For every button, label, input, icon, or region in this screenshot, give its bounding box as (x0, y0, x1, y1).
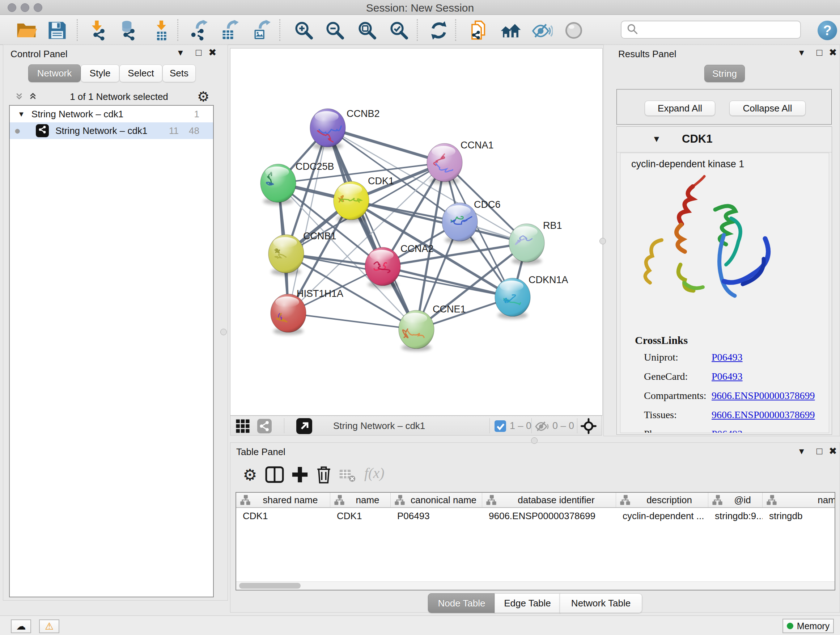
panel-collapse-icon[interactable]: ▾ (178, 48, 183, 57)
vertical-splitter-handle[interactable] (220, 329, 227, 335)
tab-network[interactable]: Network (28, 65, 81, 82)
column-header-namespace[interactable]: namespace (763, 493, 835, 507)
panel-float-icon[interactable]: □ (816, 447, 822, 456)
tab-string[interactable]: String (704, 65, 745, 82)
network-node[interactable] (399, 310, 434, 351)
panel-close-icon[interactable]: ✖ (829, 48, 837, 57)
crosshair-icon[interactable] (581, 418, 597, 434)
column-header-database-identifier[interactable]: database identifier (482, 493, 616, 507)
gear-icon[interactable]: ⚙ (195, 88, 212, 105)
network-edge[interactable] (288, 313, 416, 329)
tree-caret-icon[interactable]: ▼ (652, 134, 661, 144)
export-network-button[interactable] (188, 20, 210, 41)
external-link-icon[interactable] (296, 418, 312, 434)
selected-checkbox-icon[interactable] (494, 420, 506, 432)
open-session-button[interactable] (16, 20, 37, 41)
function-builder-icon[interactable]: f(x) (364, 464, 385, 481)
network-node[interactable] (442, 203, 477, 244)
tree-caret-icon[interactable]: ▼ (18, 110, 25, 119)
tab-style[interactable]: Style (81, 65, 119, 82)
add-column-icon[interactable] (291, 464, 309, 485)
network-edge[interactable] (328, 128, 445, 163)
scrollbar-thumb[interactable] (239, 583, 301, 589)
crosslink-link[interactable]: P06493 (712, 428, 743, 433)
delete-column-trash-icon[interactable] (314, 464, 333, 485)
hide-glasspane-button[interactable] (532, 20, 553, 41)
column-header-name[interactable]: name (330, 493, 391, 507)
panel-float-icon[interactable]: □ (816, 48, 822, 57)
table-cell[interactable]: CDK1 (236, 508, 330, 524)
collapse-all-button[interactable]: Collapse All (729, 101, 806, 116)
birdseye-grid-icon[interactable] (235, 419, 250, 433)
network-node[interactable] (268, 234, 304, 276)
delete-table-icon[interactable] (339, 467, 355, 483)
search-input[interactable] (641, 24, 800, 36)
chevron-double-down-icon[interactable] (13, 90, 25, 102)
cloud-status-button[interactable]: ☁ (11, 619, 31, 633)
crosslink-link[interactable]: 9606.ENSP00000378699 (712, 409, 815, 421)
inspect-button[interactable] (563, 20, 584, 41)
memory-button[interactable]: Memory (783, 619, 834, 633)
column-header-description[interactable]: description (616, 493, 708, 507)
import-network-database-button[interactable] (118, 20, 139, 41)
network-edge[interactable] (383, 266, 513, 297)
network-collection-row[interactable]: ▼ String Network – cdk1 1 (10, 106, 213, 122)
network-canvas[interactable]: CCNB2CCNA1CDC25BCDK1CDC6RB1CCNB1CCNA2CDK… (230, 48, 603, 416)
network-node[interactable] (261, 164, 296, 205)
network-edge[interactable] (288, 128, 328, 313)
expand-all-button[interactable]: Expand All (645, 101, 715, 116)
network-node[interactable] (495, 278, 531, 319)
panel-close-icon[interactable]: ✖ (829, 447, 837, 456)
crosslink-link[interactable]: P06493 (712, 352, 743, 363)
network-node[interactable] (310, 109, 346, 149)
protein-card-header[interactable]: ▼ CDK1 (617, 127, 832, 152)
zoom-selected-button[interactable] (388, 20, 409, 41)
panel-collapse-icon[interactable]: ▾ (799, 447, 804, 456)
import-network-file-button[interactable] (88, 20, 109, 41)
horizontal-splitter-handle[interactable] (531, 437, 538, 444)
column-header--id[interactable]: @id (708, 493, 763, 507)
table-cell[interactable]: stringdb (763, 508, 835, 524)
crosslink-link[interactable]: 9606.ENSP00000378699 (712, 390, 815, 402)
table-hscrollbar[interactable] (236, 581, 835, 590)
network-node[interactable] (509, 224, 545, 264)
warning-status-button[interactable]: ⚠ (39, 619, 59, 633)
tab-sets[interactable]: Sets (163, 65, 196, 82)
zoom-in-button[interactable] (294, 20, 314, 41)
tab-network-table[interactable]: Network Table (560, 593, 642, 613)
node-table[interactable]: shared namenamecanonical namedatabase id… (235, 492, 835, 591)
export-image-button[interactable] (251, 20, 272, 41)
table-cell[interactable]: cyclin-dependent ... (616, 508, 708, 524)
panel-collapse-icon[interactable]: ▾ (799, 48, 804, 57)
show-columns-icon[interactable] (265, 464, 284, 485)
crosslink-link[interactable]: P06493 (712, 371, 743, 382)
apply-layout-button[interactable] (428, 20, 449, 41)
table-cell[interactable]: 9606.ENSP00000378699 (482, 508, 616, 524)
column-header-canonical-name[interactable]: canonical name (391, 493, 482, 507)
zoom-out-button[interactable] (325, 20, 346, 41)
network-node[interactable] (271, 294, 306, 335)
table-row[interactable]: CDK1CDK1P064939606.ENSP00000378699cyclin… (236, 508, 835, 524)
zoom-fit-button[interactable] (357, 20, 378, 41)
tab-edge-table[interactable]: Edge Table (494, 593, 561, 613)
toolbar-search[interactable] (621, 21, 801, 39)
title-bar[interactable]: Session: New Session (0, 0, 840, 15)
hidden-eye-slash-icon[interactable] (535, 420, 549, 432)
home-button[interactable] (500, 20, 521, 41)
save-session-button[interactable] (47, 20, 68, 41)
panel-close-icon[interactable]: ✖ (208, 48, 217, 57)
string-import-button[interactable] (468, 20, 489, 41)
table-gear-icon[interactable]: ⚙ (240, 464, 259, 485)
import-table-button[interactable] (151, 20, 172, 41)
tab-select[interactable]: Select (119, 65, 163, 82)
export-table-button[interactable] (219, 20, 240, 41)
share-network-icon[interactable] (257, 419, 272, 433)
tab-node-table[interactable]: Node Table (428, 593, 495, 613)
panel-float-icon[interactable]: □ (196, 48, 202, 57)
table-cell[interactable]: stringdb:9... (708, 508, 763, 524)
vertical-splitter-handle[interactable] (600, 238, 606, 244)
table-cell[interactable]: P06493 (391, 508, 482, 524)
column-header-shared-name[interactable]: shared name (236, 493, 330, 507)
table-cell[interactable]: CDK1 (330, 508, 391, 524)
network-node[interactable] (427, 143, 462, 184)
